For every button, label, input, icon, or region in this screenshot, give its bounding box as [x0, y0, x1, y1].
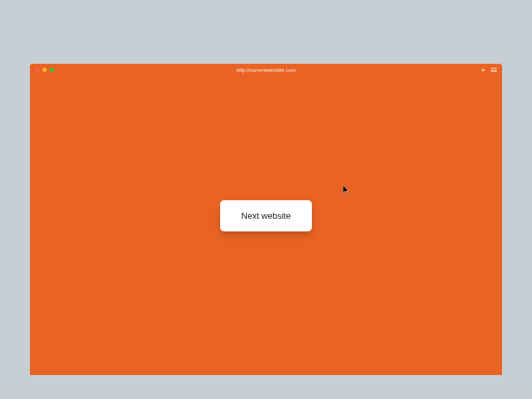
title-bar-controls: +	[481, 66, 497, 74]
browser-window: http://currentwebsite.com + Next website	[30, 64, 502, 375]
cursor-icon	[343, 186, 350, 195]
minimize-icon[interactable]	[43, 68, 47, 72]
close-icon[interactable]	[35, 68, 39, 72]
traffic-lights	[35, 68, 54, 72]
content-area: Next website	[30, 76, 502, 375]
maximize-icon[interactable]	[50, 68, 54, 72]
next-website-button[interactable]: Next website	[220, 200, 312, 231]
url-display: http://currentwebsite.com	[236, 67, 295, 73]
menu-icon[interactable]	[491, 68, 497, 72]
new-tab-icon[interactable]: +	[481, 66, 485, 74]
title-bar: http://currentwebsite.com +	[30, 64, 502, 76]
